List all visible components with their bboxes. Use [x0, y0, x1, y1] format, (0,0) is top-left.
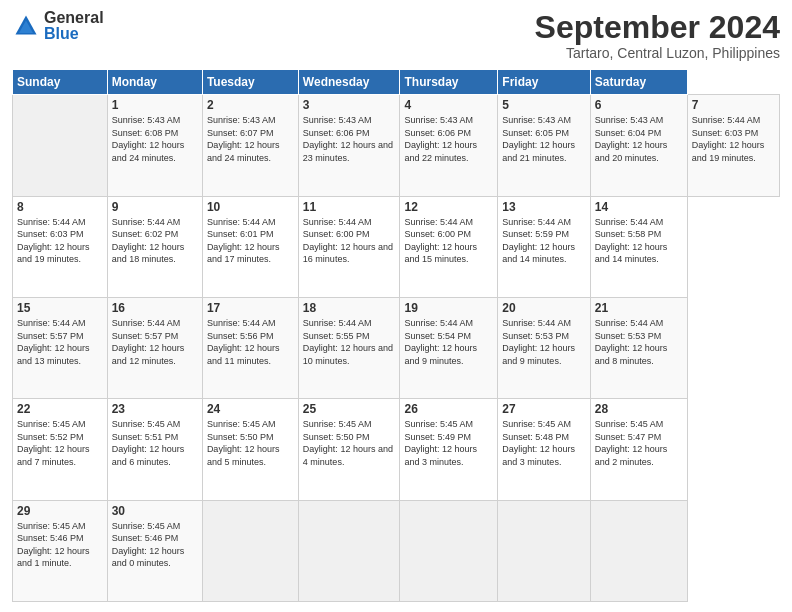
- table-row: 3Sunrise: 5:43 AMSunset: 6:06 PMDaylight…: [298, 95, 400, 196]
- logo-general: General: [44, 10, 104, 26]
- table-row: 29Sunrise: 5:45 AMSunset: 5:46 PMDayligh…: [13, 500, 108, 601]
- col-thursday: Thursday: [400, 70, 498, 95]
- table-row: 4Sunrise: 5:43 AMSunset: 6:06 PMDaylight…: [400, 95, 498, 196]
- col-sunday: Sunday: [13, 70, 108, 95]
- table-row: 25Sunrise: 5:45 AMSunset: 5:50 PMDayligh…: [298, 399, 400, 500]
- logo: General Blue: [12, 10, 104, 42]
- table-row: 19Sunrise: 5:44 AMSunset: 5:54 PMDayligh…: [400, 297, 498, 398]
- calendar-body: 1Sunrise: 5:43 AMSunset: 6:08 PMDaylight…: [13, 95, 780, 602]
- table-row: 26Sunrise: 5:45 AMSunset: 5:49 PMDayligh…: [400, 399, 498, 500]
- title-area: September 2024 Tartaro, Central Luzon, P…: [535, 10, 780, 61]
- table-row: 21Sunrise: 5:44 AMSunset: 5:53 PMDayligh…: [590, 297, 687, 398]
- table-row: [498, 500, 590, 601]
- col-wednesday: Wednesday: [298, 70, 400, 95]
- table-row: 7Sunrise: 5:44 AMSunset: 6:03 PMDaylight…: [687, 95, 779, 196]
- table-row: 30Sunrise: 5:45 AMSunset: 5:46 PMDayligh…: [107, 500, 202, 601]
- table-row: 20Sunrise: 5:44 AMSunset: 5:53 PMDayligh…: [498, 297, 590, 398]
- calendar-week-4: 22Sunrise: 5:45 AMSunset: 5:52 PMDayligh…: [13, 399, 780, 500]
- col-saturday: Saturday: [590, 70, 687, 95]
- table-row: 22Sunrise: 5:45 AMSunset: 5:52 PMDayligh…: [13, 399, 108, 500]
- table-row: [400, 500, 498, 601]
- table-row: 24Sunrise: 5:45 AMSunset: 5:50 PMDayligh…: [202, 399, 298, 500]
- table-row: 14Sunrise: 5:44 AMSunset: 5:58 PMDayligh…: [590, 196, 687, 297]
- table-row: 9Sunrise: 5:44 AMSunset: 6:02 PMDaylight…: [107, 196, 202, 297]
- calendar-week-3: 15Sunrise: 5:44 AMSunset: 5:57 PMDayligh…: [13, 297, 780, 398]
- calendar-week-1: 1Sunrise: 5:43 AMSunset: 6:08 PMDaylight…: [13, 95, 780, 196]
- page: General Blue September 2024 Tartaro, Cen…: [0, 0, 792, 612]
- logo-icon: [12, 12, 40, 40]
- table-row: 18Sunrise: 5:44 AMSunset: 5:55 PMDayligh…: [298, 297, 400, 398]
- location: Tartaro, Central Luzon, Philippines: [535, 45, 780, 61]
- month-title: September 2024: [535, 10, 780, 45]
- calendar-week-2: 8Sunrise: 5:44 AMSunset: 6:03 PMDaylight…: [13, 196, 780, 297]
- table-row: 28Sunrise: 5:45 AMSunset: 5:47 PMDayligh…: [590, 399, 687, 500]
- calendar-table: Sunday Monday Tuesday Wednesday Thursday…: [12, 69, 780, 602]
- header: General Blue September 2024 Tartaro, Cen…: [12, 10, 780, 61]
- table-row: 5Sunrise: 5:43 AMSunset: 6:05 PMDaylight…: [498, 95, 590, 196]
- table-row: 10Sunrise: 5:44 AMSunset: 6:01 PMDayligh…: [202, 196, 298, 297]
- table-row: [590, 500, 687, 601]
- table-row: [202, 500, 298, 601]
- table-row: [13, 95, 108, 196]
- table-row: 1Sunrise: 5:43 AMSunset: 6:08 PMDaylight…: [107, 95, 202, 196]
- col-tuesday: Tuesday: [202, 70, 298, 95]
- logo-blue: Blue: [44, 26, 104, 42]
- table-row: 15Sunrise: 5:44 AMSunset: 5:57 PMDayligh…: [13, 297, 108, 398]
- header-row: Sunday Monday Tuesday Wednesday Thursday…: [13, 70, 780, 95]
- calendar-week-5: 29Sunrise: 5:45 AMSunset: 5:46 PMDayligh…: [13, 500, 780, 601]
- logo-text: General Blue: [44, 10, 104, 42]
- table-row: 23Sunrise: 5:45 AMSunset: 5:51 PMDayligh…: [107, 399, 202, 500]
- table-row: 8Sunrise: 5:44 AMSunset: 6:03 PMDaylight…: [13, 196, 108, 297]
- table-row: 11Sunrise: 5:44 AMSunset: 6:00 PMDayligh…: [298, 196, 400, 297]
- table-row: 6Sunrise: 5:43 AMSunset: 6:04 PMDaylight…: [590, 95, 687, 196]
- col-friday: Friday: [498, 70, 590, 95]
- col-monday: Monday: [107, 70, 202, 95]
- calendar-header: Sunday Monday Tuesday Wednesday Thursday…: [13, 70, 780, 95]
- table-row: [298, 500, 400, 601]
- table-row: 12Sunrise: 5:44 AMSunset: 6:00 PMDayligh…: [400, 196, 498, 297]
- table-row: 2Sunrise: 5:43 AMSunset: 6:07 PMDaylight…: [202, 95, 298, 196]
- table-row: 27Sunrise: 5:45 AMSunset: 5:48 PMDayligh…: [498, 399, 590, 500]
- table-row: 13Sunrise: 5:44 AMSunset: 5:59 PMDayligh…: [498, 196, 590, 297]
- table-row: 17Sunrise: 5:44 AMSunset: 5:56 PMDayligh…: [202, 297, 298, 398]
- table-row: 16Sunrise: 5:44 AMSunset: 5:57 PMDayligh…: [107, 297, 202, 398]
